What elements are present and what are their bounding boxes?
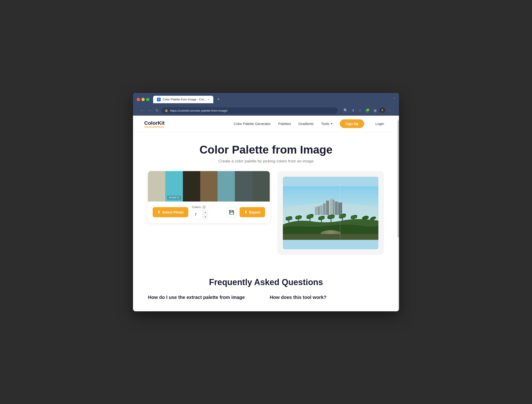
swatch-2-label: #56BECD [167, 196, 181, 200]
swatch-1[interactable] [148, 171, 165, 202]
maximize-window-button[interactable] [146, 98, 149, 101]
svg-rect-10 [315, 207, 317, 215]
increment-button[interactable]: ▲ [203, 210, 208, 215]
swatch-3[interactable] [183, 171, 200, 202]
image-panel [277, 171, 384, 255]
upload-icon: ⬆ [157, 210, 160, 215]
svg-rect-9 [318, 206, 320, 215]
site-nav: ColorKit Color Palette Generator Palette… [133, 116, 399, 132]
colors-label: Colors i [192, 205, 208, 209]
swatch-7[interactable] [253, 171, 270, 202]
svg-rect-6 [335, 202, 338, 215]
close-window-button[interactable] [137, 98, 140, 101]
svg-rect-11 [329, 197, 331, 215]
bookmark-button[interactable]: ☆ [358, 107, 362, 114]
address-input[interactable]: 🔒 https://colorkit.co/color-palette-from… [161, 107, 338, 114]
number-spinners: ▲ ▼ [203, 210, 208, 219]
export-icon: ⬆ [244, 210, 247, 215]
new-tab-button[interactable]: + [215, 97, 222, 102]
save-icon: 💾 [229, 210, 234, 215]
address-bar: ← → ↻ 🔒 https://colorkit.co/color-palett… [137, 106, 395, 116]
hero-subtitle: Create a color palette by picking colors… [139, 159, 393, 164]
tab-expand-button[interactable]: ˅ [394, 98, 395, 101]
svg-rect-3 [326, 200, 329, 215]
traffic-lights [137, 98, 149, 101]
account-button[interactable]: X [380, 107, 385, 113]
share-button[interactable]: ⬆ [351, 107, 356, 114]
select-photo-button[interactable]: ⬆ Select Photo [153, 207, 188, 217]
nav-links: Color Palette Generator Palettes Gradien… [234, 119, 388, 128]
signup-button[interactable]: Sign Up [340, 119, 364, 128]
url-text: https://colorkit.co/color-palette-from-i… [170, 109, 228, 112]
hero-section: Color Palette from Image Create a color … [133, 132, 399, 171]
faq-item-2-title: How does this tool work? [270, 295, 384, 300]
active-tab[interactable]: C Color Palette from Image - Col... × [153, 96, 213, 103]
svg-rect-2 [323, 203, 325, 215]
nav-tools[interactable]: Tools ▾ [321, 122, 332, 126]
colors-input[interactable] [192, 211, 203, 218]
faq-item-1-title: How do I use the extract palette from im… [148, 295, 262, 300]
menu-button[interactable]: ⋮ [387, 107, 393, 114]
search-button[interactable]: 🔍 [342, 107, 349, 114]
reload-button[interactable]: ↻ [155, 108, 159, 113]
decrement-button[interactable]: ▼ [203, 215, 208, 219]
svg-rect-5 [332, 199, 334, 215]
sidebar-button[interactable]: ▣ [373, 107, 378, 114]
swatch-2[interactable]: #56BECD [165, 171, 183, 202]
tools-chevron-icon: ▾ [331, 122, 332, 125]
browser-tabs-row: C Color Palette from Image - Col... × + … [137, 96, 395, 103]
controls-right: 💾 ⬆ Export [226, 207, 265, 217]
svg-rect-38 [283, 234, 378, 240]
svg-rect-8 [320, 205, 323, 215]
colors-control: Colors i ▲ ▼ [192, 205, 208, 219]
nav-color-palette-generator[interactable]: Color Palette Generator [234, 122, 271, 126]
login-button[interactable]: Login [372, 119, 388, 128]
tool-area: #56BECD ⬆ Select Photo [133, 171, 399, 266]
tab-close-button[interactable]: × [208, 98, 209, 101]
scrollbar-thumb[interactable] [398, 120, 399, 238]
city-image [283, 177, 378, 249]
cityscape-svg [283, 177, 378, 249]
swatch-4[interactable] [200, 171, 217, 202]
scrollbar[interactable] [398, 116, 399, 311]
extensions-button[interactable]: 🧩 [364, 107, 371, 114]
swatch-6[interactable] [235, 171, 252, 202]
faq-item-2: How does this tool work? [270, 295, 384, 300]
faq-grid: How do I use the extract palette from im… [148, 295, 384, 300]
color-swatches: #56BECD [148, 171, 270, 202]
tab-title: Color Palette from Image - Col... [163, 98, 206, 101]
lock-icon: 🔒 [165, 109, 168, 112]
tab-favicon: C [157, 98, 161, 101]
browser-actions: 🔍 ⬆ ☆ 🧩 ▣ X ⋮ [342, 107, 393, 114]
palette-panel: #56BECD ⬆ Select Photo [148, 171, 270, 223]
palette-controls: ⬆ Select Photo Colors i ▲ ▼ [148, 202, 270, 223]
forward-button[interactable]: → [147, 108, 153, 113]
faq-item-1: How do I use the extract palette from im… [148, 295, 262, 300]
faq-section: Frequently Asked Questions How do I use … [133, 266, 399, 311]
swatch-5[interactable] [217, 171, 235, 202]
faq-title: Frequently Asked Questions [148, 277, 384, 287]
colors-info-icon[interactable]: i [202, 205, 206, 209]
back-button[interactable]: ← [139, 108, 145, 113]
nav-gradients[interactable]: Gradients [298, 122, 314, 126]
nav-palettes[interactable]: Palettes [278, 122, 291, 126]
save-button[interactable]: 💾 [226, 207, 237, 217]
site-logo[interactable]: ColorKit [144, 120, 165, 127]
export-button[interactable]: ⬆ Export [240, 207, 265, 217]
colors-input-wrap: ▲ ▼ [192, 210, 208, 219]
browser-titlebar: C Color Palette from Image - Col... × + … [133, 93, 399, 116]
page-title: Color Palette from Image [139, 143, 393, 156]
minimize-window-button[interactable] [141, 98, 145, 101]
svg-rect-12 [331, 198, 332, 215]
